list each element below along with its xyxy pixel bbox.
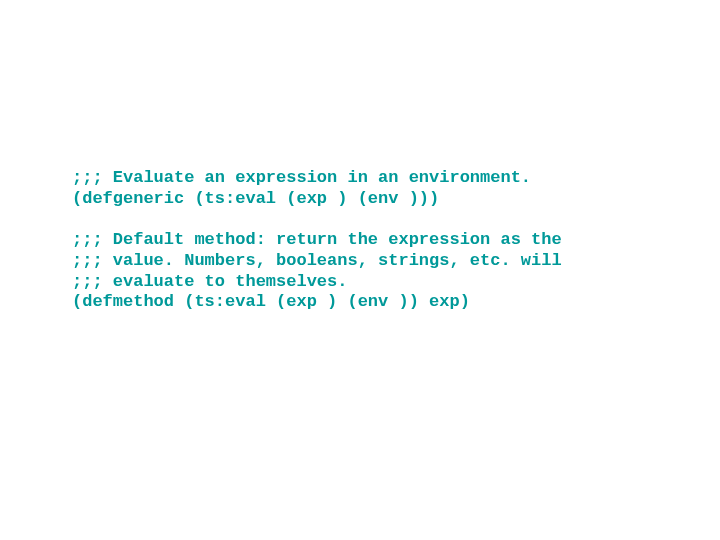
code-block: ;;; Evaluate an expression in an environ… xyxy=(72,168,562,313)
